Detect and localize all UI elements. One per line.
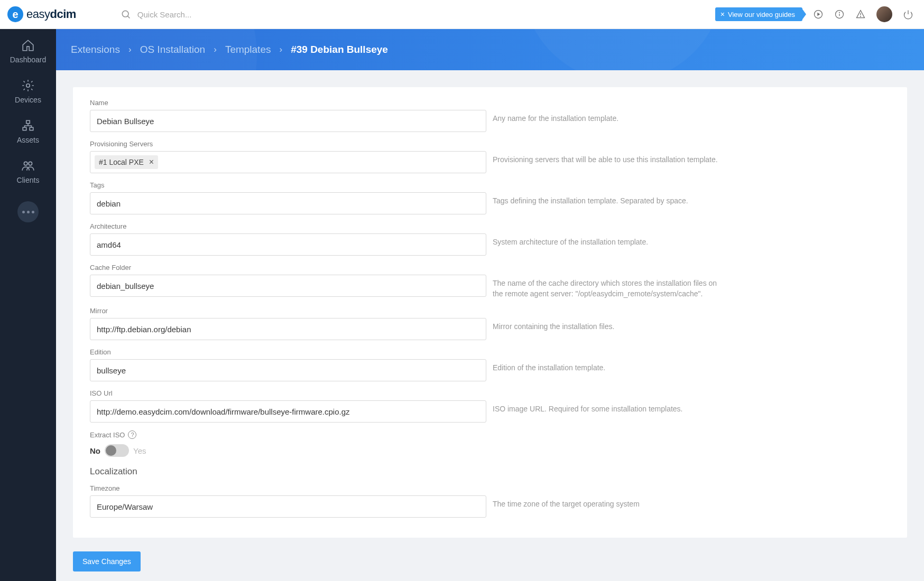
sidebar-item-label: Clients bbox=[17, 176, 40, 184]
form-card: Name Any name for the installation templ… bbox=[73, 87, 907, 538]
sidebar-item-assets[interactable]: Assets bbox=[17, 119, 39, 144]
breadcrumb-banner: Extensions › OS Installation › Templates… bbox=[56, 29, 924, 70]
label-name: Name bbox=[90, 99, 486, 107]
crumb-os-installation[interactable]: OS Installation bbox=[140, 44, 206, 55]
row-mirror: Mirror Mirror containing the installatio… bbox=[90, 307, 890, 340]
help-arch: System architecture of the installation … bbox=[493, 222, 720, 248]
svg-marker-3 bbox=[817, 13, 820, 16]
sidebar-item-dashboard[interactable]: Dashboard bbox=[10, 39, 47, 64]
row-tags: Tags Tags defining the installation temp… bbox=[90, 181, 890, 214]
svg-point-8 bbox=[861, 16, 861, 17]
help-cache: The name of the cache directory which st… bbox=[493, 264, 720, 299]
alert-icon bbox=[855, 9, 866, 20]
logo-text: easydcim bbox=[26, 7, 76, 21]
sidebar-item-clients[interactable]: Clients bbox=[17, 159, 40, 184]
chip-label: #1 Local PXE bbox=[99, 158, 144, 166]
row-timezone: Timezone The time zone of the target ope… bbox=[90, 484, 890, 518]
power-button[interactable] bbox=[903, 9, 913, 20]
sidebar-item-label: Devices bbox=[15, 96, 41, 104]
row-provisioning: Provisioning Servers #1 Local PXE × Prov… bbox=[90, 140, 890, 173]
label-arch: Architecture bbox=[90, 222, 486, 230]
alert-button[interactable] bbox=[855, 9, 866, 20]
toggle-yes-label: Yes bbox=[133, 446, 146, 455]
svg-rect-13 bbox=[30, 127, 33, 130]
video-guides-button[interactable]: × View our video guides bbox=[715, 7, 802, 21]
svg-point-14 bbox=[24, 162, 27, 165]
save-button[interactable]: Save Changes bbox=[73, 551, 141, 571]
chevron-right-icon: › bbox=[279, 44, 282, 55]
video-guides-label: View our video guides bbox=[728, 11, 795, 18]
play-button[interactable] bbox=[813, 9, 824, 20]
search-icon bbox=[121, 9, 131, 20]
header-right: × View our video guides bbox=[715, 6, 913, 22]
info-icon bbox=[834, 9, 845, 20]
chip-remove-icon[interactable]: × bbox=[149, 157, 154, 167]
row-iso: ISO Url ISO image URL. Required for some… bbox=[90, 389, 890, 423]
provisioning-input[interactable]: #1 Local PXE × bbox=[90, 151, 486, 173]
timezone-input[interactable] bbox=[90, 495, 486, 518]
row-extract: Extract ISO ? No Yes bbox=[90, 430, 890, 457]
iso-input[interactable] bbox=[90, 400, 486, 423]
help-timezone: The time zone of the target operating sy… bbox=[493, 484, 720, 510]
help-edition: Edition of the installation template. bbox=[493, 348, 720, 373]
label-edition: Edition bbox=[90, 348, 486, 356]
row-cache: Cache Folder The name of the cache direc… bbox=[90, 264, 890, 299]
arch-input[interactable] bbox=[90, 233, 486, 256]
label-timezone: Timezone bbox=[90, 484, 486, 492]
sidebar-more-button[interactable] bbox=[17, 201, 39, 222]
gear-icon bbox=[21, 79, 35, 92]
label-tags: Tags bbox=[90, 181, 486, 189]
avatar[interactable] bbox=[876, 6, 892, 22]
label-mirror: Mirror bbox=[90, 307, 486, 315]
footer: Save Changes bbox=[56, 542, 924, 581]
help-icon[interactable]: ? bbox=[128, 430, 136, 439]
power-icon bbox=[903, 9, 913, 20]
edition-input[interactable] bbox=[90, 359, 486, 381]
help-mirror: Mirror containing the installation files… bbox=[493, 307, 720, 332]
search-wrap bbox=[121, 9, 296, 20]
svg-point-0 bbox=[122, 11, 128, 17]
breadcrumb: Extensions › OS Installation › Templates… bbox=[71, 44, 388, 55]
svg-rect-12 bbox=[23, 127, 26, 130]
svg-point-6 bbox=[839, 12, 840, 13]
sidebar: Dashboard Devices Assets Clients bbox=[0, 29, 56, 581]
sidebar-item-devices[interactable]: Devices bbox=[15, 79, 41, 104]
header: e easydcim × View our video guides bbox=[0, 0, 924, 29]
crumb-templates[interactable]: Templates bbox=[225, 44, 271, 55]
label-extract: Extract ISO bbox=[90, 431, 125, 439]
close-guides-icon[interactable]: × bbox=[720, 10, 725, 18]
logo[interactable]: e easydcim bbox=[7, 6, 76, 22]
help-tags: Tags defining the installation template.… bbox=[493, 181, 720, 207]
extract-toggle[interactable] bbox=[105, 444, 129, 457]
scroll-area[interactable]: Name Any name for the installation templ… bbox=[56, 70, 924, 542]
mirror-input[interactable] bbox=[90, 318, 486, 340]
users-icon bbox=[21, 159, 35, 173]
sidebar-item-label: Assets bbox=[17, 136, 39, 144]
tags-input[interactable] bbox=[90, 192, 486, 214]
play-icon bbox=[813, 9, 824, 20]
row-edition: Edition Edition of the installation temp… bbox=[90, 348, 890, 381]
more-icon bbox=[22, 211, 34, 213]
chevron-right-icon: › bbox=[128, 44, 132, 55]
row-arch: Architecture System architecture of the … bbox=[90, 222, 890, 256]
assets-icon bbox=[21, 119, 35, 133]
home-icon bbox=[21, 39, 35, 52]
sidebar-item-label: Dashboard bbox=[10, 55, 47, 64]
logo-icon: e bbox=[7, 6, 23, 22]
name-input[interactable] bbox=[90, 110, 486, 132]
svg-rect-11 bbox=[26, 120, 30, 123]
crumb-extensions[interactable]: Extensions bbox=[71, 44, 120, 55]
cache-input[interactable] bbox=[90, 275, 486, 297]
help-iso: ISO image URL. Required for some install… bbox=[493, 389, 720, 415]
label-provisioning: Provisioning Servers bbox=[90, 140, 486, 148]
row-name: Name Any name for the installation templ… bbox=[90, 99, 890, 132]
help-provisioning: Provisioning servers that will be able t… bbox=[493, 140, 720, 165]
label-cache: Cache Folder bbox=[90, 264, 486, 271]
info-button[interactable] bbox=[834, 9, 845, 20]
search-input[interactable] bbox=[137, 10, 296, 19]
svg-line-1 bbox=[127, 16, 130, 18]
chevron-right-icon: › bbox=[214, 44, 217, 55]
svg-point-15 bbox=[29, 162, 32, 165]
crumb-current: #39 Debian Bullseye bbox=[291, 44, 388, 55]
provisioning-chip: #1 Local PXE × bbox=[95, 155, 158, 169]
